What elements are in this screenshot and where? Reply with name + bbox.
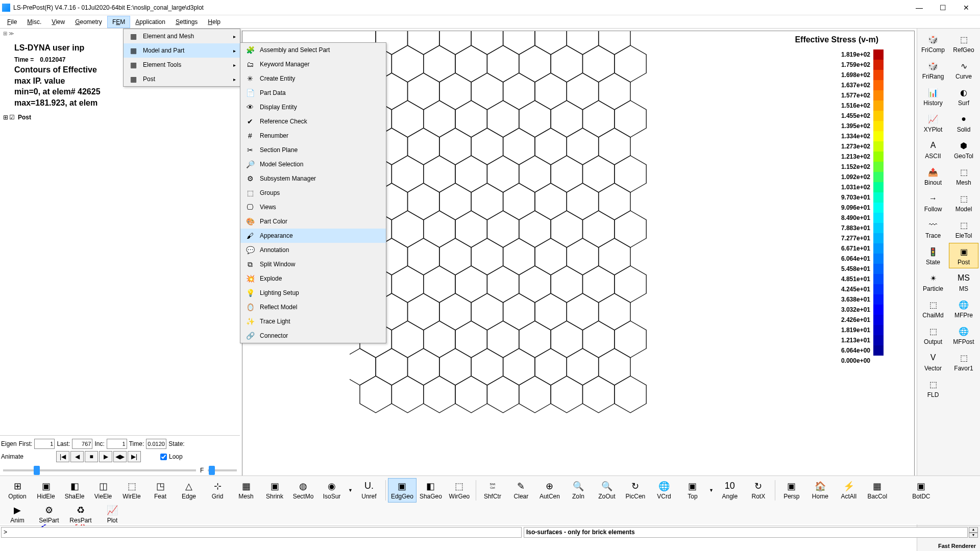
menu-geometry[interactable]: Geometry xyxy=(70,16,107,28)
submenu-connector[interactable]: 🔗Connector xyxy=(240,329,386,343)
toolbtn-edge[interactable]: △Edge xyxy=(175,478,203,503)
toolbtn-mesh[interactable]: ▦Mesh xyxy=(232,478,260,503)
tool-output[interactable]: ⬚Output xyxy=(918,322,948,348)
toolbtn-unref[interactable]: U.Unref xyxy=(355,478,383,503)
play-back-button[interactable]: ◀ xyxy=(70,451,84,462)
toolbtn-zoin[interactable]: 🔍ZoIn xyxy=(564,478,593,503)
time-input[interactable] xyxy=(146,439,166,449)
submenu-keyword-manager[interactable]: 🗂Keyword Manager xyxy=(240,57,386,71)
tool-history[interactable]: 📊History xyxy=(918,84,948,109)
tool-surf[interactable]: ◐Surf xyxy=(949,84,978,109)
menu-application[interactable]: Application xyxy=(130,16,170,28)
inc-input[interactable] xyxy=(107,439,127,449)
tool-mfpre[interactable]: 🌐MFPre xyxy=(949,296,978,321)
submenu-groups[interactable]: ⬚Groups xyxy=(240,186,386,200)
toolbtn-clear[interactable]: ✎Clear xyxy=(507,478,535,503)
status-spin[interactable]: ▲▼ xyxy=(969,527,978,538)
toolbtn-persp[interactable]: ▣Persp xyxy=(777,478,806,503)
command-input[interactable]: > xyxy=(1,527,522,538)
submenu-annotation[interactable]: 💬Annotation xyxy=(240,243,386,257)
toolbtn-shrink[interactable]: ▣Shrink xyxy=(260,478,289,503)
last-input[interactable] xyxy=(72,439,92,449)
first-input[interactable] xyxy=(34,439,55,449)
last-frame-button[interactable]: ▶| xyxy=(128,451,141,462)
toolbtn-shaele[interactable]: ◧ShaEle xyxy=(60,478,89,503)
tool-vector[interactable]: VVector xyxy=(918,349,948,374)
toolbtn-vcrd[interactable]: 🌐VCrd xyxy=(650,478,678,503)
tool-mesh[interactable]: ⬚Mesh xyxy=(949,163,978,189)
tool-xyplot[interactable]: 📈XYPlot xyxy=(918,110,948,136)
tool-eletol[interactable]: ⬚EleTol xyxy=(949,216,978,242)
toolbar-more-arrow[interactable]: ▼ xyxy=(707,488,716,493)
toolbtn-actall[interactable]: ⚡ActAll xyxy=(835,478,863,503)
loop-checkbox[interactable] xyxy=(160,454,167,460)
toolbtn-zoout[interactable]: 🔍ZoOut xyxy=(593,478,621,503)
fem-menu-element-tools[interactable]: ▦Element Tools▸ xyxy=(124,58,240,72)
tree-item-post[interactable]: Post xyxy=(18,114,31,121)
tool-follow[interactable]: →Follow xyxy=(918,190,948,215)
tool-fricomp[interactable]: 🎲FriComp xyxy=(918,31,948,56)
stop-button[interactable]: ■ xyxy=(85,451,98,462)
toolbtn-shfctr[interactable]: ShftCtrlShfCtr xyxy=(478,478,507,503)
toolbtn-piccen[interactable]: ↻PicCen xyxy=(621,478,650,503)
toolbtn-vieele[interactable]: ◫VieEle xyxy=(89,478,117,503)
toolbtn-rotx[interactable]: ↻RotX xyxy=(744,478,773,503)
toolbtn-botdc[interactable]: ▣BotDC xyxy=(907,478,936,503)
toolbtn-plot[interactable]: 📈Plot xyxy=(98,502,127,527)
toolbtn-anim[interactable]: ▶Anim xyxy=(3,502,32,527)
menu-settings[interactable]: Settings xyxy=(170,16,203,28)
toolbtn-feat[interactable]: ◳Feat xyxy=(146,478,175,503)
tool-solid[interactable]: ●Solid xyxy=(949,110,978,136)
maximize-button[interactable]: ☐ xyxy=(931,0,954,15)
fem-menu-element-and-mesh[interactable]: ▦Element and Mesh▸ xyxy=(124,29,240,43)
menu-fem[interactable]: FEM xyxy=(107,16,130,28)
toolbar-more-arrow[interactable]: ▼ xyxy=(346,488,355,493)
toolbtn-wirgeo[interactable]: ⬚WirGeo xyxy=(445,478,474,503)
toolbtn-top[interactable]: ▣Top xyxy=(678,478,707,503)
first-frame-button[interactable]: |◀ xyxy=(56,451,69,462)
toolbtn-shageo[interactable]: ◧ShaGeo xyxy=(416,478,445,503)
submenu-part-color[interactable]: 🎨Part Color xyxy=(240,214,386,229)
tool-model[interactable]: ⬚Model xyxy=(949,190,978,215)
submenu-assembly-and-select-part[interactable]: 🧩Assembly and Select Part xyxy=(240,43,386,57)
submenu-renumber[interactable]: #Renumber xyxy=(240,129,386,143)
submenu-explode[interactable]: 💥Explode xyxy=(240,271,386,286)
submenu-reference-check[interactable]: ✔Reference Check xyxy=(240,114,386,129)
submenu-trace-light[interactable]: ✨Trace Light xyxy=(240,314,386,329)
close-button[interactable]: ✕ xyxy=(954,0,978,15)
submenu-lighting-setup[interactable]: 💡Lighting Setup xyxy=(240,286,386,300)
toolbtn-home[interactable]: 🏠Home xyxy=(806,478,835,503)
tool-ms[interactable]: MSMS xyxy=(949,269,978,295)
tool-particle[interactable]: ✴Particle xyxy=(918,269,948,295)
tree-expand-icon[interactable]: ⊞ xyxy=(3,114,8,121)
toolbtn-wirele[interactable]: ⬚WirEle xyxy=(117,478,146,503)
menu-misc[interactable]: Misc. xyxy=(22,16,46,28)
menu-help[interactable]: Help xyxy=(203,16,226,28)
submenu-appearance[interactable]: 🖌Appearance xyxy=(240,229,386,243)
submenu-part-data[interactable]: 📄Part Data xyxy=(240,86,386,100)
toolbtn-respart[interactable]: ♻ResPart xyxy=(66,502,95,527)
tool-geotol[interactable]: ⬢GeoTol xyxy=(949,137,978,162)
submenu-create-entity[interactable]: ✳Create Entity xyxy=(240,71,386,86)
submenu-split-window[interactable]: ⧉Split Window xyxy=(240,257,386,271)
toolbtn-edggeo[interactable]: ▣EdgGeo xyxy=(388,478,416,503)
toolbtn-grid[interactable]: ⊹Grid xyxy=(203,478,232,503)
tool-binout[interactable]: 📤Binout xyxy=(918,163,948,189)
tool-chaimd[interactable]: ⬚ChaiMd xyxy=(918,296,948,321)
fem-menu-model-and-part[interactable]: ▦Model and Part▸ xyxy=(124,43,240,58)
toolbtn-sectmo[interactable]: ◍SectMo xyxy=(289,478,317,503)
tool-favor1[interactable]: ⬚Favor1 xyxy=(949,349,978,374)
toolbtn-hidele[interactable]: ▣HidEle xyxy=(32,478,60,503)
tool-ascii[interactable]: AASCII xyxy=(918,137,948,162)
toolbtn-option[interactable]: ⊞Option xyxy=(3,478,32,503)
tool-curve[interactable]: ∿Curve xyxy=(949,57,978,83)
tool-frirang[interactable]: 🎲FriRang xyxy=(918,57,948,83)
submenu-reflect-model[interactable]: 🪞Reflect Model xyxy=(240,300,386,314)
tool-mfpost[interactable]: 🌐MFPost xyxy=(949,322,978,348)
tool-post[interactable]: ▣Post xyxy=(949,243,978,268)
submenu-views[interactable]: 🖵Views xyxy=(240,200,386,214)
toolbtn-isosur[interactable]: ◉IsoSur xyxy=(317,478,346,503)
speed-slider[interactable] xyxy=(208,469,237,471)
tool-fld[interactable]: ⬚FLD xyxy=(918,375,948,401)
submenu-model-selection[interactable]: 🔎Model Selection xyxy=(240,157,386,171)
